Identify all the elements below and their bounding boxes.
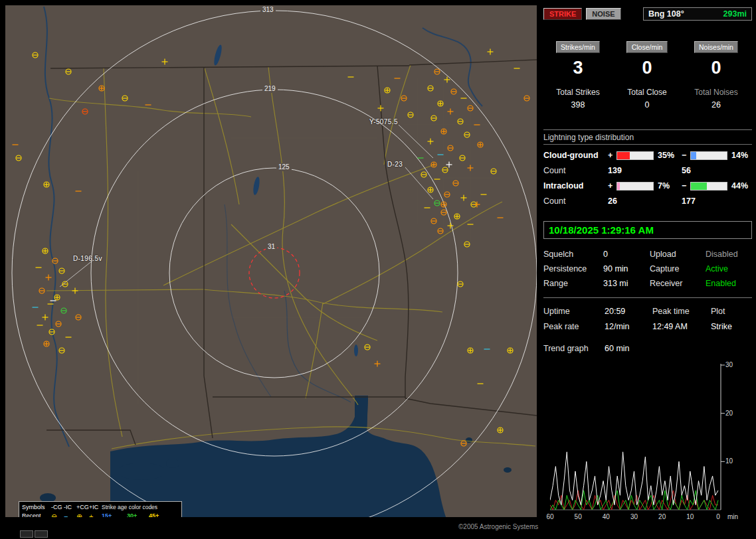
- legend-symbol-glyph: −: [64, 512, 76, 518]
- range-ring-label: 31: [266, 243, 277, 251]
- strike-symbol-pcg: [431, 162, 436, 167]
- strike-symbol-ncg: [365, 345, 370, 350]
- rate-header-button[interactable]: Strikes/min: [556, 41, 600, 53]
- control-panel: STRIKE NOISE Bng 108° 293mi Strikes/min3…: [543, 7, 752, 527]
- road: [205, 68, 239, 204]
- distribution-bar: [690, 182, 727, 191]
- positive-percentage: 7%: [655, 181, 682, 191]
- lake: [466, 437, 472, 443]
- stats-cell: Peak rate: [543, 322, 605, 331]
- status-cell: Upload: [650, 250, 706, 259]
- tombigbee-river: [225, 204, 271, 397]
- strike-symbol-pic: [448, 223, 454, 229]
- legend-symbol-header: -CG: [51, 503, 64, 512]
- rate-header-button[interactable]: Close/min: [626, 41, 668, 53]
- bottom-left-button[interactable]: [35, 530, 48, 538]
- plus-sign: +: [608, 181, 616, 191]
- trend-graph-window: 60 min: [605, 344, 630, 353]
- strike-symbol-ncg: [458, 281, 463, 287]
- distribution-bar-fill: [691, 152, 696, 159]
- stats-cell: Peak time: [652, 307, 711, 316]
- strike-symbol-pic: [72, 288, 78, 294]
- strike-symbol-pcg: [99, 86, 104, 91]
- distribution-bar: [616, 151, 654, 160]
- minus-sign: −: [682, 181, 690, 191]
- road-i55: [104, 68, 122, 437]
- divider: [543, 297, 752, 298]
- strike-symbol-ncg: [431, 116, 436, 121]
- border-ga-fl: [405, 398, 537, 416]
- status-cell: Range: [543, 279, 603, 288]
- strike-symbol-pcg: [438, 101, 443, 106]
- stats-cell: 20:59: [605, 307, 652, 316]
- storm-cell-label: D-196.5v: [73, 255, 102, 262]
- strike-symbol-pcg: [428, 187, 433, 193]
- storm-cell-label: D-23: [387, 161, 403, 168]
- x-tick-label: 40: [600, 513, 612, 520]
- trend-series-intracloud: [550, 491, 718, 510]
- strike-symbol-ncg: [524, 96, 529, 101]
- road: [306, 303, 323, 398]
- panel-topbar: STRIKE NOISE Bng 108° 293mi: [543, 7, 752, 21]
- strike-toggle-button[interactable]: STRIKE: [543, 8, 582, 20]
- strike-symbol-ncg: [434, 200, 440, 206]
- strike-symbol-ncg: [431, 218, 436, 224]
- stats-cell: Plot: [711, 307, 752, 316]
- trend-graph-label: Trend graph: [543, 344, 605, 353]
- status-cell: Disabled: [706, 250, 752, 259]
- strike-symbol-ncg: [401, 96, 407, 101]
- x-tick-label: 0: [712, 513, 724, 520]
- total-value: 26: [682, 100, 751, 110]
- legend-symbols-header: Symbols: [22, 503, 51, 512]
- storm-track-line: [405, 167, 433, 199]
- strike-symbol-pcg: [478, 142, 483, 147]
- range-ring-label: 313: [260, 6, 276, 14]
- legend-symbol-glyph: +: [89, 512, 102, 518]
- bearing-label: Bng 108°: [648, 9, 684, 19]
- range-ring-label: 219: [262, 85, 278, 93]
- lake: [252, 177, 261, 196]
- legend-age-title: Strike age color codes: [102, 503, 171, 512]
- strike-symbol-pic: [488, 49, 494, 55]
- legend-age-code: 30+: [127, 512, 149, 517]
- noise-toggle-button[interactable]: NOISE: [586, 8, 620, 20]
- status-cell: Receiver: [650, 279, 706, 288]
- negative-percentage: 44%: [729, 181, 752, 191]
- strike-symbol-ncg: [438, 228, 443, 234]
- positive-percentage: 35%: [655, 151, 682, 160]
- strike-symbol-ncg: [448, 145, 453, 151]
- lightning-map[interactable]: 313 219 125 31 Y-5075.5 D-23 D-196.5v Sy…: [5, 5, 537, 517]
- road-i65: [268, 66, 358, 405]
- x-tick-label: 50: [572, 513, 584, 520]
- range-ring-125: [169, 168, 379, 378]
- storm-tracks: [60, 125, 433, 287]
- legend-age-code: 15+: [102, 512, 127, 517]
- strike-symbol-ncg: [66, 69, 71, 74]
- stats-cell: Uptime: [543, 307, 605, 316]
- county-lines: [138, 68, 500, 404]
- legend-row-label: Recent: [22, 512, 51, 517]
- rate-column: Close/min0Total Close0: [613, 40, 682, 110]
- distribution-bar-fill: [691, 183, 707, 190]
- distribution-bar-fill: [617, 152, 630, 159]
- strike-symbol-pic: [162, 59, 168, 65]
- strike-symbol-pic: [46, 275, 52, 281]
- roads-layer: [47, 65, 535, 449]
- strike-symbol-pic: [375, 361, 381, 367]
- strike-symbol-pic: [446, 162, 452, 168]
- rates-section: Strikes/min3Total Strikes398Close/min0To…: [543, 40, 752, 110]
- strike-symbol-ncg: [16, 155, 21, 161]
- trend-header: Trend graph 60 min: [543, 344, 752, 353]
- bottom-left-button[interactable]: [20, 530, 33, 538]
- rate-value: 3: [543, 58, 613, 78]
- border-tennessee: [50, 66, 409, 68]
- status-cell: Persistence: [543, 264, 603, 273]
- status-cell: Active: [706, 264, 752, 273]
- strike-symbol-pcg: [468, 348, 473, 353]
- strike-symbol-pic: [461, 195, 467, 201]
- rate-header-button[interactable]: Noises/min: [694, 41, 738, 53]
- strike-symbol-ncg: [52, 258, 58, 264]
- strike-symbol-ncg: [56, 321, 61, 327]
- x-tick-label: 10: [684, 513, 696, 520]
- strike-symbol-ncg: [434, 69, 440, 74]
